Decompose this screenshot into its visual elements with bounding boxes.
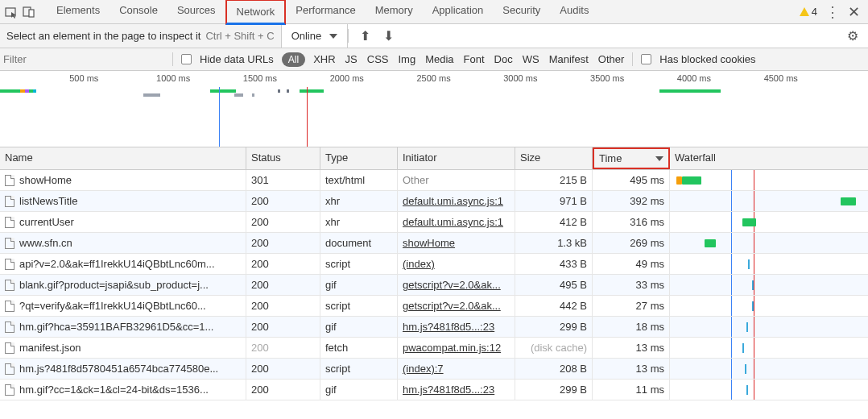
- request-name: manifest.json: [19, 342, 81, 354]
- request-table: Name Status Type Initiator Size Time Wat…: [0, 147, 868, 419]
- tab-network[interactable]: Network: [225, 0, 287, 25]
- timeline-tick: 3500 ms: [590, 73, 624, 83]
- size-cell: (disk cache): [515, 338, 593, 358]
- gear-icon[interactable]: ⚙: [837, 28, 868, 44]
- waterfall-marker: [731, 359, 732, 379]
- inspect-hint[interactable]: Select an element in the page to inspect…: [0, 24, 282, 48]
- waterfall-marker: [754, 233, 754, 253]
- table-row[interactable]: listNewsTitle200xhrdefault.umi.async.js:…: [0, 191, 868, 212]
- table-row[interactable]: showHome301text/htmlOther215 B495 ms: [0, 170, 868, 191]
- warning-badge[interactable]: 4: [800, 6, 817, 18]
- table-row[interactable]: currentUser200xhrdefault.umi.async.js:14…: [0, 212, 868, 233]
- col-type[interactable]: Type: [320, 147, 398, 169]
- device-toggle-icon[interactable]: [23, 6, 35, 19]
- file-icon: [5, 259, 14, 270]
- size-cell: 299 B: [515, 317, 593, 337]
- overview-timeline[interactable]: 500 ms1000 ms1500 ms2000 ms2500 ms3000 m…: [0, 71, 868, 147]
- filter-cat-img[interactable]: Img: [398, 53, 415, 65]
- hide-data-urls-label: Hide data URLs: [200, 53, 274, 65]
- col-time[interactable]: Time: [593, 147, 670, 169]
- inspect-element-icon[interactable]: [5, 6, 18, 19]
- waterfall-marker: [731, 317, 732, 337]
- timeline-segment: [278, 89, 280, 93]
- initiator-cell[interactable]: default.umi.async.js:1: [403, 195, 503, 207]
- status-cell: 200: [246, 212, 320, 232]
- request-name: listNewsTitle: [19, 195, 77, 207]
- col-status[interactable]: Status: [246, 147, 320, 169]
- upload-icon[interactable]: ⬆: [360, 28, 370, 44]
- download-icon[interactable]: ⬇: [383, 28, 394, 44]
- waterfall-marker: [731, 170, 732, 190]
- initiator-cell[interactable]: pwacompat.min.js:12: [403, 342, 501, 354]
- table-row[interactable]: api?v=2.0&ak=ff1IrekkU14iQBbtLnc60m...20…: [0, 254, 868, 275]
- waterfall-marker: [731, 380, 732, 400]
- time-cell: 33 ms: [593, 275, 670, 295]
- filter-cat-media[interactable]: Media: [425, 53, 453, 65]
- initiator-cell[interactable]: (index):7: [403, 363, 444, 375]
- timeline-segment: [210, 89, 236, 93]
- initiator-cell[interactable]: getscript?v=2.0&ak...: [403, 300, 501, 312]
- throttle-select[interactable]: Online: [291, 30, 322, 42]
- tab-security[interactable]: Security: [493, 0, 550, 25]
- table-row[interactable]: hm.gif?cc=1&ck=1&cl=24-bit&ds=1536...200…: [0, 380, 868, 400]
- filter-cat-manifest[interactable]: Manifest: [549, 53, 589, 65]
- table-row[interactable]: hm.js?481f8d5780451a6574bca774580e...200…: [0, 359, 868, 380]
- size-cell: 1.3 kB: [515, 233, 593, 253]
- table-row[interactable]: www.sfn.cn200documentshowHome1.3 kB269 m…: [0, 233, 868, 254]
- more-menu-icon[interactable]: ⋮: [825, 3, 840, 21]
- col-size[interactable]: Size: [515, 147, 593, 169]
- col-waterfall[interactable]: Waterfall: [670, 147, 868, 169]
- time-cell: 13 ms: [593, 359, 670, 379]
- tab-console[interactable]: Console: [110, 0, 167, 25]
- col-name[interactable]: Name: [0, 147, 246, 169]
- hide-data-urls-checkbox[interactable]: [181, 54, 192, 64]
- waterfall-bar: [745, 364, 746, 374]
- size-cell: 442 B: [515, 296, 593, 316]
- filter-cat-other[interactable]: Other: [598, 53, 625, 65]
- initiator-cell[interactable]: hm.js?481f8d5...:23: [403, 384, 494, 396]
- initiator-cell: Other: [403, 174, 429, 186]
- initiator-cell[interactable]: (index): [403, 258, 435, 270]
- table-row[interactable]: ?qt=verify&ak=ff1IrekkU14iQBbtLnc60...20…: [0, 296, 868, 317]
- chevron-down-icon[interactable]: [329, 34, 337, 39]
- svg-rect-2: [29, 10, 34, 17]
- tab-performance[interactable]: Performance: [286, 0, 365, 25]
- filter-all-pill[interactable]: All: [282, 52, 305, 67]
- filter-input[interactable]: [3, 52, 164, 68]
- table-row[interactable]: manifest.json200fetchpwacompat.min.js:12…: [0, 338, 868, 359]
- tab-memory[interactable]: Memory: [366, 0, 423, 25]
- status-cell: 200: [246, 233, 320, 253]
- tab-audits[interactable]: Audits: [550, 0, 598, 25]
- time-cell: 495 ms: [593, 170, 670, 190]
- waterfall-bar: [752, 280, 754, 290]
- waterfall-marker: [731, 254, 732, 274]
- col-initiator[interactable]: Initiator: [398, 147, 515, 169]
- initiator-cell[interactable]: getscript?v=2.0&ak...: [403, 279, 501, 291]
- filter-cat-js[interactable]: JS: [345, 53, 358, 65]
- initiator-cell[interactable]: showHome: [403, 237, 455, 249]
- close-icon[interactable]: ✕: [848, 3, 860, 21]
- waterfall-marker: [731, 191, 732, 211]
- timeline-marker: [307, 87, 308, 147]
- initiator-cell[interactable]: hm.js?481f8d5...:23: [403, 321, 494, 333]
- sort-desc-icon: [655, 156, 663, 161]
- status-cell: 301: [246, 170, 320, 190]
- tab-application[interactable]: Application: [423, 0, 494, 25]
- status-cell: 200: [246, 254, 320, 274]
- table-row[interactable]: hm.gif?hca=35911BAFB32961D5&cc=1...200gi…: [0, 317, 868, 338]
- has-blocked-cookies-checkbox[interactable]: [641, 54, 651, 64]
- filter-cat-ws[interactable]: WS: [523, 53, 539, 65]
- filter-cat-doc[interactable]: Doc: [494, 53, 513, 65]
- waterfall-marker: [754, 275, 754, 295]
- filter-cat-font[interactable]: Font: [464, 53, 485, 65]
- filter-cat-xhr[interactable]: XHR: [313, 53, 335, 65]
- waterfall-marker: [754, 254, 754, 274]
- table-row[interactable]: blank.gif?product=jsapi&sub_product=j...…: [0, 275, 868, 296]
- filter-cat-css[interactable]: CSS: [367, 53, 389, 65]
- tab-sources[interactable]: Sources: [167, 0, 225, 25]
- type-cell: script: [320, 359, 398, 379]
- waterfall-bar: [742, 218, 755, 226]
- tab-elements[interactable]: Elements: [47, 0, 110, 25]
- initiator-cell[interactable]: default.umi.async.js:1: [403, 216, 503, 228]
- file-icon: [5, 342, 14, 354]
